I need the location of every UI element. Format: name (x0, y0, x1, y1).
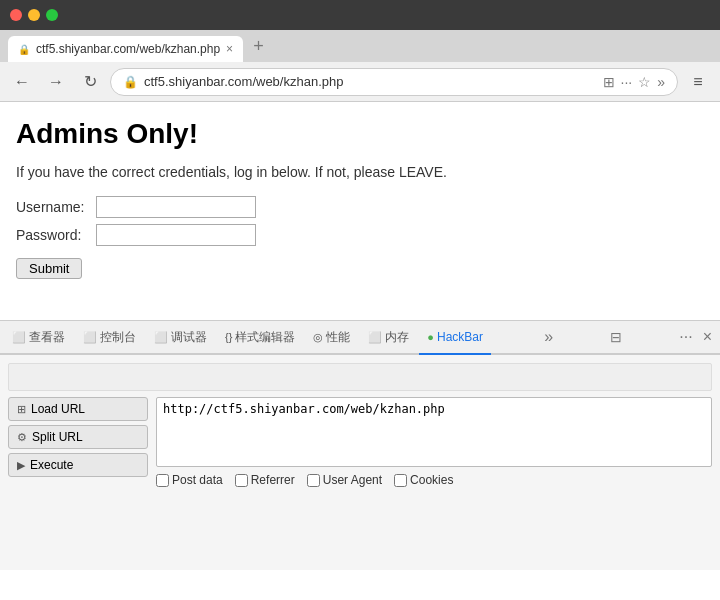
hackbar-label: HackBar (437, 330, 483, 344)
load-url-label: Load URL (31, 402, 85, 416)
traffic-light-yellow[interactable] (28, 9, 40, 21)
referrer-checkbox-label[interactable]: Referrer (235, 473, 295, 487)
tab-favicon: 🔒 (18, 44, 30, 55)
traffic-light-green[interactable] (46, 9, 58, 21)
execute-icon: ▶ (17, 459, 25, 472)
load-url-button[interactable]: ⊞ Load URL (8, 397, 148, 421)
split-url-label: Split URL (32, 430, 83, 444)
memory-label: 内存 (385, 329, 409, 346)
devtools-more-button[interactable]: » (540, 328, 557, 346)
address-icons: ⊞ ··· ☆ » (603, 74, 665, 90)
page-subtitle: If you have the correct credentials, log… (16, 164, 704, 180)
refresh-button[interactable]: ↻ (76, 68, 104, 96)
hackbar-main: ⊞ Load URL ⚙ Split URL ▶ Execute http://… (8, 397, 712, 562)
load-url-icon: ⊞ (17, 403, 26, 416)
password-label: Password: (16, 227, 96, 243)
console-label: 控制台 (100, 329, 136, 346)
password-input[interactable] (96, 224, 256, 246)
cookies-checkbox-label[interactable]: Cookies (394, 473, 453, 487)
user-agent-checkbox[interactable] (307, 474, 320, 487)
devtools-tab-bar: ⬜ 查看器 ⬜ 控制台 ⬜ 调试器 {} 样式编辑器 ◎ 性能 ⬜ 内存 ● H… (0, 321, 720, 355)
forward-button[interactable]: → (42, 68, 70, 96)
console-icon: ⬜ (83, 331, 97, 344)
devtools-layout-icon[interactable]: ⊟ (606, 329, 626, 345)
back-button[interactable]: ← (8, 68, 36, 96)
split-url-icon: ⚙ (17, 431, 27, 444)
hackbar-buttons: ⊞ Load URL ⚙ Split URL ▶ Execute (8, 397, 148, 562)
referrer-label: Referrer (251, 473, 295, 487)
user-agent-checkbox-label[interactable]: User Agent (307, 473, 382, 487)
inspector-label: 查看器 (29, 329, 65, 346)
hackbar-url-input[interactable]: http://ctf5.shiyanbar.com/web/kzhan.php (156, 397, 712, 467)
tab-performance[interactable]: ◎ 性能 (305, 321, 358, 355)
password-row: Password: (16, 224, 704, 246)
inspector-icon: ⬜ (12, 331, 26, 344)
hackbar-top-bar (8, 363, 712, 391)
tab-inspector[interactable]: ⬜ 查看器 (4, 321, 73, 355)
tab-debugger[interactable]: ⬜ 调试器 (146, 321, 215, 355)
new-tab-button[interactable]: + (249, 36, 268, 57)
username-row: Username: (16, 196, 704, 218)
hackbar-panel: ⊞ Load URL ⚙ Split URL ▶ Execute http://… (0, 355, 720, 570)
address-bar: ← → ↻ 🔒 ctf5.shiyanbar.com/web/kzhan.php… (0, 62, 720, 102)
tab-console[interactable]: ⬜ 控制台 (75, 321, 144, 355)
hackbar-checkboxes: Post data Referrer User Agent Cookies (156, 473, 712, 487)
menu-button[interactable]: ≡ (684, 68, 712, 96)
active-tab[interactable]: 🔒 ctf5.shiyanbar.com/web/kzhan.php × (8, 36, 243, 62)
cookies-checkbox[interactable] (394, 474, 407, 487)
address-text: ctf5.shiyanbar.com/web/kzhan.php (144, 74, 343, 89)
address-input[interactable]: 🔒 ctf5.shiyanbar.com/web/kzhan.php ⊞ ···… (110, 68, 678, 96)
hackbar-url-area: http://ctf5.shiyanbar.com/web/kzhan.php … (156, 397, 712, 562)
debugger-label: 调试器 (171, 329, 207, 346)
address-lock-icon: 🔒 (123, 75, 138, 89)
split-url-button[interactable]: ⚙ Split URL (8, 425, 148, 449)
devtools-close-button[interactable]: × (699, 328, 716, 346)
chevron-icon[interactable]: » (657, 74, 665, 90)
star-icon[interactable]: ☆ (638, 74, 651, 90)
user-agent-label: User Agent (323, 473, 382, 487)
browser-chrome (0, 0, 720, 30)
qr-icon[interactable]: ⊞ (603, 74, 615, 90)
debugger-icon: ⬜ (154, 331, 168, 344)
execute-label: Execute (30, 458, 73, 472)
post-data-checkbox[interactable] (156, 474, 169, 487)
memory-icon: ⬜ (368, 331, 382, 344)
submit-button[interactable]: Submit (16, 258, 82, 279)
tab-title: ctf5.shiyanbar.com/web/kzhan.php (36, 42, 220, 56)
page-title: Admins Only! (16, 118, 704, 150)
devtools-extra-button[interactable]: ··· (675, 328, 696, 346)
devtools-panel: ⬜ 查看器 ⬜ 控制台 ⬜ 调试器 {} 样式编辑器 ◎ 性能 ⬜ 内存 ● H… (0, 320, 720, 570)
referrer-checkbox[interactable] (235, 474, 248, 487)
tab-hackbar[interactable]: ● HackBar (419, 321, 491, 355)
username-input[interactable] (96, 196, 256, 218)
traffic-light-red[interactable] (10, 9, 22, 21)
cookies-label: Cookies (410, 473, 453, 487)
hackbar-icon: ● (427, 331, 434, 343)
page-content: Admins Only! If you have the correct cre… (0, 102, 720, 320)
tab-close-button[interactable]: × (226, 42, 233, 56)
performance-label: 性能 (326, 329, 350, 346)
tab-style-editor[interactable]: {} 样式编辑器 (217, 321, 303, 355)
performance-icon: ◎ (313, 331, 323, 344)
execute-button[interactable]: ▶ Execute (8, 453, 148, 477)
username-label: Username: (16, 199, 96, 215)
tab-memory[interactable]: ⬜ 内存 (360, 321, 417, 355)
more-icon[interactable]: ··· (621, 74, 633, 90)
style-icon: {} (225, 331, 232, 343)
post-data-label: Post data (172, 473, 223, 487)
style-label: 样式编辑器 (235, 329, 295, 346)
tab-bar: 🔒 ctf5.shiyanbar.com/web/kzhan.php × + (0, 30, 720, 62)
post-data-checkbox-label[interactable]: Post data (156, 473, 223, 487)
